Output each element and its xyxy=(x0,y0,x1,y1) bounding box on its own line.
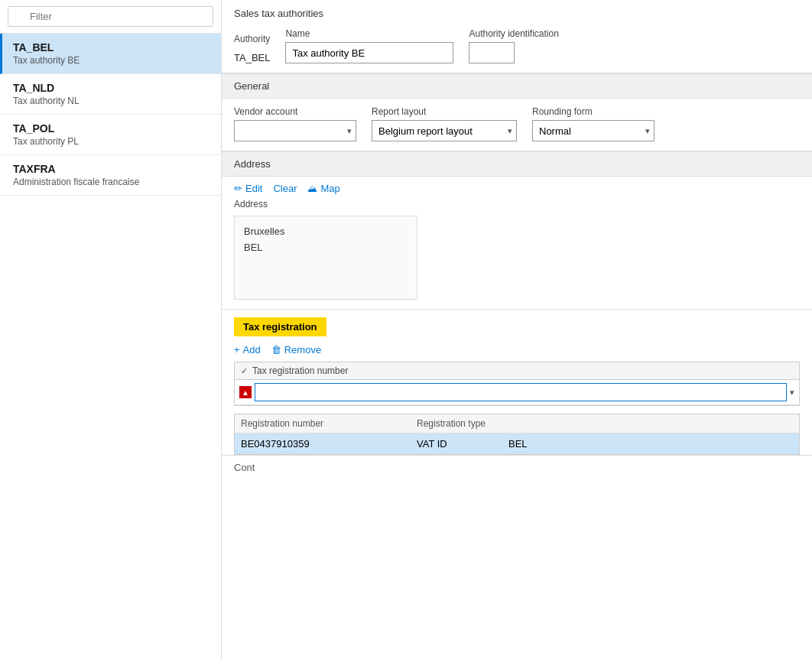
sidebar-item-subtitle: Tax authority NL xyxy=(13,96,210,106)
general-section: General Vendor account ▾ Report layout B… xyxy=(222,73,812,151)
col-reg-number-header: Registration number xyxy=(241,418,417,429)
filter-wrapper: ⌕ xyxy=(8,6,213,27)
authority-label: Authority xyxy=(234,34,270,44)
report-layout-field: Report layout Belgium report layout Stan… xyxy=(372,106,517,141)
sidebar-item-subtitle: Tax authority PL xyxy=(13,136,210,147)
address-field-label: Address xyxy=(222,199,812,213)
map-label: Map xyxy=(320,183,339,194)
remove-label: Remove xyxy=(284,344,321,355)
filter-box: ⌕ xyxy=(0,0,221,34)
add-button[interactable]: + Add xyxy=(234,344,261,355)
sidebar-item-title: TA_BEL xyxy=(13,41,210,54)
col-reg-type-header: Registration type xyxy=(417,418,508,429)
tax-reg-number-input[interactable] xyxy=(255,383,787,401)
cont-label: Cont xyxy=(234,462,255,473)
name-label: Name xyxy=(285,28,453,39)
sidebar-item-title: TAXFRA xyxy=(13,163,210,175)
report-layout-label: Report layout xyxy=(372,106,517,117)
auth-id-label: Authority identification xyxy=(469,28,558,39)
map-icon: ⛰ xyxy=(307,183,317,194)
warning-icon: ▲ xyxy=(239,386,252,398)
address-actions: ✏ Edit Clear ⛰ Map xyxy=(222,177,812,199)
address-section: Address ✏ Edit Clear ⛰ Map Address Bruxe… xyxy=(222,151,812,300)
authority-row: Authority TA_BEL Name Authority identifi… xyxy=(222,24,812,73)
reg-number-cell: BE0437910359 xyxy=(241,438,417,450)
filter-input[interactable] xyxy=(8,6,213,27)
report-layout-select-wrapper: Belgium report layout Standard Other ▾ xyxy=(372,120,517,141)
rounding-form-label: Rounding form xyxy=(532,106,654,117)
edit-icon: ✏ xyxy=(234,183,242,194)
address-box: Bruxelles BEL xyxy=(234,216,417,300)
tax-reg-col-header: ✓ Tax registration number xyxy=(235,362,799,380)
general-header: General xyxy=(222,73,812,99)
general-fields: Vendor account ▾ Report layout Belgium r… xyxy=(222,99,812,151)
auth-id-input[interactable] xyxy=(469,42,515,63)
clear-label: Clear xyxy=(273,183,297,194)
report-layout-select[interactable]: Belgium report layout Standard Other xyxy=(372,120,517,141)
tax-registration-section: Tax registration + Add 🗑 Remove ✓ Tax re… xyxy=(222,309,812,455)
rounding-form-select-wrapper: Normal Own Smallest coin ▾ xyxy=(532,120,654,141)
add-label: Add xyxy=(243,344,261,355)
sidebar-item-subtitle: Tax authority BE xyxy=(13,55,210,66)
sidebar-item-subtitle: Administration fiscale francaise xyxy=(13,177,210,187)
tax-registration-actions: + Add 🗑 Remove xyxy=(222,342,812,362)
authority-field: Authority TA_BEL xyxy=(234,34,270,63)
page-section-title: Sales tax authorities xyxy=(222,0,812,24)
sidebar: ⌕ TA_BEL Tax authority BE TA_NLD Tax aut… xyxy=(0,0,222,659)
dropdown-results-header: Registration number Registration type xyxy=(235,414,799,433)
sidebar-item-ta-pol[interactable]: TA_POL Tax authority PL xyxy=(0,115,221,155)
remove-button[interactable]: 🗑 Remove xyxy=(271,344,321,355)
dropdown-result-row[interactable]: BE0437910359 VAT ID BEL xyxy=(235,433,799,454)
cont-section: Cont xyxy=(222,455,812,479)
plus-icon: + xyxy=(234,344,240,355)
edit-button[interactable]: ✏ Edit xyxy=(234,183,262,194)
rounding-form-select[interactable]: Normal Own Smallest coin xyxy=(532,120,654,141)
sidebar-list: TA_BEL Tax authority BE TA_NLD Tax autho… xyxy=(0,34,221,659)
vendor-account-select-wrapper: ▾ xyxy=(234,120,356,141)
edit-label: Edit xyxy=(245,183,262,194)
vendor-account-select[interactable] xyxy=(234,120,356,141)
sidebar-item-taxfra[interactable]: TAXFRA Administration fiscale francaise xyxy=(0,155,221,196)
clear-button[interactable]: Clear xyxy=(273,183,297,194)
name-input[interactable] xyxy=(285,42,453,63)
tax-reg-input-row: ▲ ▾ xyxy=(235,380,799,405)
reg-type-cell: VAT ID xyxy=(417,438,508,450)
rounding-form-field: Rounding form Normal Own Smallest coin ▾ xyxy=(532,106,654,141)
vendor-account-label: Vendor account xyxy=(234,106,356,117)
col-country-header xyxy=(508,418,793,429)
address-line2: BEL xyxy=(244,240,408,256)
warning-symbol: ▲ xyxy=(242,388,249,397)
country-cell: BEL xyxy=(508,438,793,450)
authority-value: TA_BEL xyxy=(234,47,270,63)
main-content: Sales tax authorities Authority TA_BEL N… xyxy=(222,0,812,659)
map-button[interactable]: ⛰ Map xyxy=(307,183,339,194)
tax-reg-table: ✓ Tax registration number ▲ ▾ xyxy=(234,362,800,406)
col-tax-reg-number: Tax registration number xyxy=(252,365,348,376)
address-line1: Bruxelles xyxy=(244,224,408,240)
sidebar-item-ta-bel[interactable]: TA_BEL Tax authority BE xyxy=(0,34,221,74)
tax-registration-header: Tax registration xyxy=(234,317,326,336)
chevron-down-icon[interactable]: ▾ xyxy=(790,388,794,398)
check-icon: ✓ xyxy=(241,366,248,376)
name-field: Name xyxy=(285,28,453,63)
trash-icon: 🗑 xyxy=(271,344,281,355)
vendor-account-field: Vendor account ▾ xyxy=(234,106,356,141)
sidebar-item-title: TA_POL xyxy=(13,122,210,135)
auth-id-field: Authority identification xyxy=(469,28,558,63)
dropdown-results: Registration number Registration type BE… xyxy=(234,414,800,455)
address-header: Address xyxy=(222,151,812,177)
sidebar-item-ta-nld[interactable]: TA_NLD Tax authority NL xyxy=(0,74,221,115)
sidebar-item-title: TA_NLD xyxy=(13,82,210,94)
